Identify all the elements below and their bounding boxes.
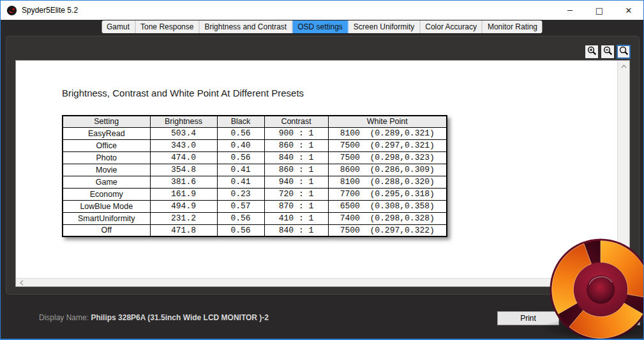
setting-cell: Economy [63,188,150,200]
results-table: SettingBrightnessBlackContrastWhite Poin… [62,115,447,237]
value-cell: 0.40 [217,139,264,151]
column-header-white-point: White Point [328,116,447,127]
scroll-up-icon[interactable] [618,61,630,72]
setting-cell: Game [63,176,150,188]
setting-cell: Movie [63,164,150,176]
value-cell: 161.9 [150,188,217,200]
tab-bar: GamutTone ResponseBrightness and Contras… [101,20,543,33]
column-header-contrast: Contrast [264,116,328,127]
scroll-left-icon[interactable] [16,279,27,287]
table-row: SmartUniformity231.20.56410 : 17400 (0.2… [63,212,447,224]
column-header-brightness: Brightness [150,116,217,127]
value-cell: 0.56 [217,224,264,236]
table-header-row: SettingBrightnessBlackContrastWhite Poin… [63,116,447,127]
value-cell: 0.41 [217,164,264,176]
horizontal-scrollbar[interactable] [16,278,617,286]
zoom-toolbar [585,45,631,59]
setting-cell: Photo [63,151,150,164]
maximize-button[interactable]: □ [585,1,614,20]
value-cell: 860 : 1 [264,164,328,176]
value-cell: 494.9 [150,200,217,212]
column-header-black: Black [217,116,264,127]
value-cell: 900 : 1 [264,127,328,139]
setting-cell: SmartUniformity [63,212,150,224]
minimize-button[interactable]: ─ [555,1,585,20]
tab-monitor-rating[interactable]: Monitor Rating [483,20,543,33]
value-cell: 231.2 [150,212,217,224]
value-cell: 7500 (0.298,0.323) [328,151,447,164]
tab-osd-settings[interactable]: OSD settings [292,20,348,33]
value-cell: 0.56 [217,151,264,164]
kitguru-logo [548,237,644,340]
spyder-app-icon [6,5,17,16]
window-controls: ─ □ ✕ [555,1,643,20]
table-row: Game381.60.41940 : 18100 (0.288,0.320) [63,176,447,188]
value-cell: 870 : 1 [264,200,328,212]
value-cell: 840 : 1 [264,224,328,236]
table-row: Photo474.00.56840 : 17500 (0.298,0.323) [63,151,447,164]
table-row: Movie354.80.41860 : 18600 (0.286,0.309) [63,164,447,176]
zoom-out-button[interactable] [601,45,615,59]
tab-color-accuracy[interactable]: Color Accuracy [420,20,483,33]
value-cell: 840 : 1 [264,151,328,164]
value-cell: 8100 (0.289,0.321) [328,127,447,139]
setting-cell: Off [63,224,150,236]
value-cell: 8100 (0.288,0.320) [328,176,447,188]
value-cell: 0.56 [217,212,264,224]
value-cell: 0.41 [217,176,264,188]
tab-gamut[interactable]: Gamut [101,20,135,33]
display-name: Display Name: Philips 328P6A (31.5inch W… [39,313,269,322]
value-cell: 7700 (0.295,0.318) [328,188,447,200]
value-cell: 471.8 [150,224,217,236]
setting-cell: LowBlue Mode [63,200,150,212]
value-cell: 8600 (0.286,0.309) [328,164,447,176]
setting-cell: Office [63,139,150,151]
close-button[interactable]: ✕ [614,1,643,20]
column-header-setting: Setting [63,116,150,127]
value-cell: 410 : 1 [264,212,328,224]
value-cell: 0.57 [217,200,264,212]
report-title: Brightness, Contrast and White Point At … [62,88,304,98]
value-cell: 720 : 1 [264,188,328,200]
app-window: Spyder5Elite 5.2 ─ □ ✕ GamutTone Respons… [0,0,644,340]
window-title: Spyder5Elite 5.2 [22,6,78,15]
value-cell: 860 : 1 [264,139,328,151]
table-row: Economy161.90.23720 : 17700 (0.295,0.318… [63,188,447,200]
value-cell: 6500 (0.308,0.358) [328,200,447,212]
setting-cell: EasyRead [63,127,150,139]
zoom-in-icon [587,46,597,58]
value-cell: 940 : 1 [264,176,328,188]
tab-tone-response[interactable]: Tone Response [135,20,199,33]
value-cell: 381.6 [150,176,217,188]
value-cell: 7400 (0.298,0.328) [328,212,447,224]
value-cell: 7500 (0.297,0.322) [328,224,447,236]
value-cell: 0.56 [217,127,264,139]
value-cell: 0.23 [217,188,264,200]
zoom-out-icon [603,46,613,58]
zoom-in-button[interactable] [585,45,599,59]
display-name-value: Philips 328P6A (31.5inch Wide LCD MONITO… [91,313,269,322]
report-panel: Brightness, Contrast and White Point At … [6,36,640,295]
value-cell: 354.8 [150,164,217,176]
tab-brightness-and-contrast[interactable]: Brightness and Contrast [199,20,292,33]
table-row: Off471.80.56840 : 17500 (0.297,0.322) [63,224,447,236]
table-row: EasyRead503.40.56900 : 18100 (0.289,0.32… [63,127,447,139]
zoom-tool-icon [619,46,629,58]
table-row: Office343.00.40860 : 17500 (0.297,0.321) [63,139,447,151]
table-row: LowBlue Mode494.90.57870 : 16500 (0.308,… [63,200,447,212]
title-bar: Spyder5Elite 5.2 ─ □ ✕ [1,1,643,20]
value-cell: 343.0 [150,139,217,151]
value-cell: 503.4 [150,127,217,139]
value-cell: 7500 (0.297,0.321) [328,139,447,151]
value-cell: 474.0 [150,151,217,164]
report-canvas: Brightness, Contrast and White Point At … [15,60,630,287]
tab-screen-uniformity[interactable]: Screen Uniformity [348,20,420,33]
zoom-tool-button[interactable] [617,45,631,59]
display-name-label: Display Name: [39,313,89,322]
